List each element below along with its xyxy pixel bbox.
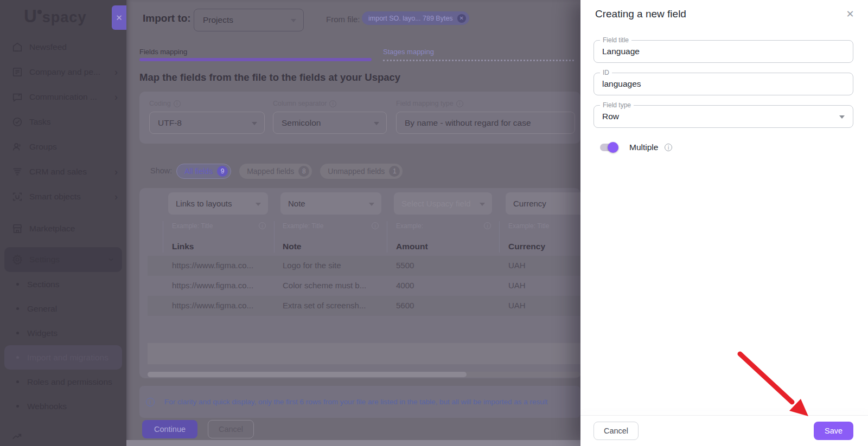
sidebar-subitem-widgets[interactable]: Widgets bbox=[0, 321, 126, 345]
toggle-thumb bbox=[608, 142, 618, 153]
sidebar-item-smart-objects[interactable]: Smart objects › bbox=[0, 184, 126, 209]
chevron-down-icon bbox=[369, 203, 374, 206]
check-circle-icon bbox=[11, 115, 24, 128]
chevron-right-icon: › bbox=[114, 92, 118, 102]
step-stages-mapping[interactable]: Stages mapping bbox=[383, 48, 434, 56]
close-icon[interactable]: ✕ bbox=[843, 7, 857, 21]
field-mapping-type-label: Field mapping typei bbox=[396, 100, 463, 107]
from-file-label: From file: bbox=[326, 15, 360, 24]
sidebar-subitem-import-and-migrations[interactable]: Import and migrations bbox=[4, 345, 122, 370]
remove-file-icon[interactable]: ✕ bbox=[457, 14, 466, 23]
uspacy-logo: U spacy bbox=[24, 7, 86, 28]
chevron-down-icon bbox=[252, 122, 257, 125]
creating-new-field-panel: Creating a new field ✕ Field title Langu… bbox=[580, 0, 868, 446]
company-icon bbox=[11, 66, 24, 79]
page-title: Map the fields from the file to the fiel… bbox=[139, 72, 400, 83]
sidebar-item-groups[interactable]: Groups bbox=[0, 134, 126, 159]
table-row: https://www.figma.co... Logo for the sit… bbox=[148, 256, 580, 276]
example-col1: Example: Title bbox=[172, 222, 213, 230]
bullet-icon bbox=[16, 283, 19, 286]
sidebar-item-newsfeed[interactable]: Newsfeed bbox=[0, 35, 126, 60]
sidebar-item-company-and-people[interactable]: Company and pe... › bbox=[0, 60, 126, 85]
field-type-select[interactable]: Field type Row bbox=[593, 105, 853, 128]
info-icon: i bbox=[174, 100, 181, 107]
logo-text: spacy bbox=[42, 7, 87, 28]
sidebar-collapse-button[interactable]: ✕ bbox=[112, 5, 126, 30]
column-divider bbox=[499, 221, 500, 253]
panel-cancel-button[interactable]: Cancel bbox=[593, 422, 639, 440]
sidebar-item-crm-and-sales[interactable]: CRM and sales › bbox=[0, 159, 126, 184]
info-icon: i bbox=[456, 100, 463, 107]
table-header-links: Links bbox=[172, 242, 194, 251]
chevron-right-icon: › bbox=[114, 192, 118, 202]
column-divider bbox=[387, 221, 387, 253]
column-separator-label: Column separatori bbox=[273, 100, 336, 107]
count-badge: 9 bbox=[217, 166, 228, 177]
bullet-icon bbox=[16, 380, 19, 383]
chat-icon bbox=[11, 91, 24, 104]
step-fields-mapping-bar bbox=[139, 58, 372, 61]
info-icon: i bbox=[259, 222, 266, 229]
count-badge: 1 bbox=[389, 166, 400, 177]
trending-up-icon bbox=[11, 431, 23, 445]
info-icon: i bbox=[146, 398, 155, 406]
info-bar: i For clarity and quick display, only th… bbox=[139, 386, 580, 418]
sidebar-item-communication[interactable]: Communication ... › bbox=[0, 85, 126, 109]
column-divider bbox=[274, 221, 275, 253]
mapping-select-col3[interactable]: Select Uspacy field bbox=[394, 192, 492, 215]
example-col3: Example: bbox=[396, 222, 423, 230]
sidebar-subitem-roles-and-permissions[interactable]: Roles and permissions bbox=[0, 370, 126, 394]
count-badge: 8 bbox=[298, 166, 309, 177]
filter-mapped-fields[interactable]: Mapped fields 8 bbox=[239, 164, 312, 179]
import-destination-select[interactable]: Projects bbox=[194, 9, 304, 31]
chevron-down-icon bbox=[839, 115, 845, 119]
panel-footer-divider bbox=[580, 415, 868, 416]
gear-icon bbox=[11, 253, 24, 266]
import-to-label: Import to: bbox=[143, 12, 191, 24]
info-icon: i bbox=[329, 100, 336, 107]
coding-select[interactable]: UTF-8 bbox=[149, 112, 265, 134]
field-title-input[interactable]: Field title Language bbox=[593, 40, 853, 63]
info-icon: i bbox=[372, 222, 379, 229]
sidebar-item-settings[interactable]: Settings › bbox=[4, 247, 122, 272]
bullet-icon bbox=[16, 405, 19, 408]
filter-all-fields[interactable]: All fields 9 bbox=[176, 164, 231, 179]
info-icon: i bbox=[484, 222, 491, 229]
field-mapping-type-select[interactable]: By name - without regard for case bbox=[396, 112, 575, 134]
chevron-down-icon bbox=[480, 203, 485, 206]
field-id-input[interactable]: ID languages bbox=[593, 73, 853, 95]
sidebar-subitem-general[interactable]: General bbox=[0, 296, 126, 321]
scrollbar-thumb[interactable] bbox=[148, 372, 467, 377]
table-header-note: Note bbox=[283, 242, 301, 251]
wizard-cancel-button[interactable]: Cancel bbox=[208, 420, 254, 438]
step-fields-mapping[interactable]: Fields mapping bbox=[139, 48, 187, 56]
sidebar-subitem-webhooks[interactable]: Webhooks bbox=[0, 394, 126, 418]
horizontal-scrollbar[interactable] bbox=[148, 372, 580, 377]
sidebar-item-tasks[interactable]: Tasks bbox=[0, 109, 126, 134]
bullet-icon bbox=[16, 332, 19, 334]
table-header-amount: Amount bbox=[396, 242, 428, 251]
mapping-select-col2[interactable]: Note bbox=[280, 192, 381, 215]
sidebar-nav: Newsfeed Company and pe... › Communicati… bbox=[0, 35, 126, 418]
continue-button[interactable]: Continue bbox=[142, 420, 197, 438]
save-button[interactable]: Save bbox=[814, 422, 853, 440]
example-col2: Example: Title bbox=[283, 222, 323, 230]
multiple-label: Multiple bbox=[629, 143, 658, 152]
column-divider bbox=[163, 221, 163, 253]
chevron-right-icon: › bbox=[114, 67, 118, 77]
mapping-select-col4[interactable]: Currency bbox=[506, 192, 580, 215]
multiple-toggle[interactable] bbox=[600, 142, 618, 153]
bullet-icon bbox=[16, 356, 19, 359]
filter-unmapped-fields[interactable]: Unmapped fields 1 bbox=[320, 164, 403, 179]
sidebar-subitem-sections[interactable]: Sections bbox=[0, 272, 126, 296]
chevron-down-icon bbox=[291, 19, 296, 22]
sidebar-item-marketplace[interactable]: Marketplace bbox=[0, 216, 126, 241]
panel-title: Creating a new field bbox=[595, 8, 686, 20]
mapping-select-col1[interactable]: Links to layouts bbox=[168, 192, 268, 215]
file-chip[interactable]: import SO. layo... 789 Bytes ✕ bbox=[362, 11, 469, 25]
app-root: U spacy ✕ Newsfeed Company and pe... › C… bbox=[0, 0, 868, 446]
sidebar-item-partial[interactable] bbox=[11, 431, 23, 445]
column-separator-select[interactable]: Semicolon bbox=[273, 112, 387, 134]
table-header-currency: Currency bbox=[508, 242, 545, 251]
empty-row-band bbox=[148, 343, 580, 364]
